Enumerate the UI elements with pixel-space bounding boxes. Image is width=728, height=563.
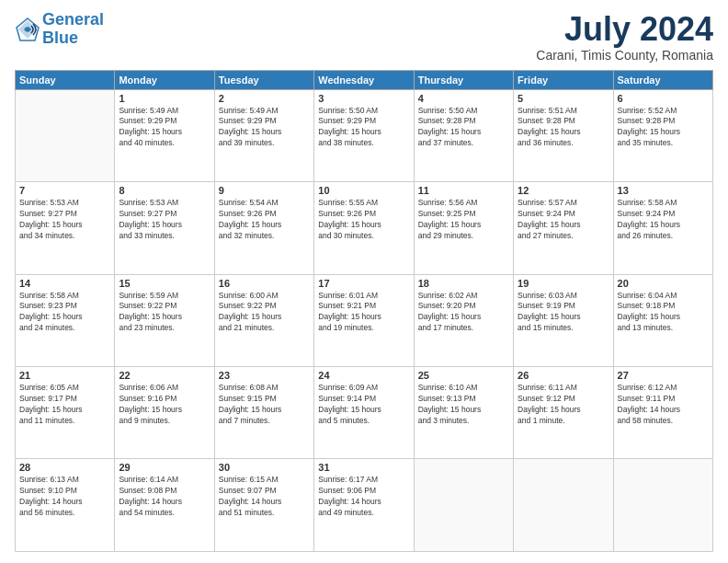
day-cell: 19Sunrise: 6:03 AM Sunset: 9:19 PM Dayli… [514,274,613,366]
weekday-header-thursday: Thursday [414,70,513,89]
logo-icon [15,17,40,42]
day-number: 11 [418,185,509,196]
day-cell: 13Sunrise: 5:58 AM Sunset: 9:24 PM Dayli… [613,182,712,274]
day-number: 26 [518,370,609,381]
day-number: 14 [19,278,110,289]
day-number: 28 [19,462,110,473]
day-info: Sunrise: 5:52 AM Sunset: 9:28 PM Dayligh… [618,106,709,150]
day-number: 6 [618,93,709,104]
day-info: Sunrise: 5:49 AM Sunset: 9:29 PM Dayligh… [119,106,210,150]
day-cell: 25Sunrise: 6:10 AM Sunset: 9:13 PM Dayli… [414,367,513,459]
day-number: 8 [119,185,210,196]
day-cell [16,89,115,181]
logo-text: General Blue [42,11,104,48]
day-number: 16 [219,278,310,289]
day-info: Sunrise: 6:09 AM Sunset: 9:14 PM Dayligh… [318,383,409,427]
day-cell: 30Sunrise: 6:15 AM Sunset: 9:07 PM Dayli… [214,459,313,552]
day-info: Sunrise: 5:51 AM Sunset: 9:28 PM Dayligh… [518,106,609,150]
weekday-header-wednesday: Wednesday [314,70,414,89]
day-number: 19 [518,278,609,289]
day-cell [414,459,513,552]
week-row-5: 28Sunrise: 6:13 AM Sunset: 9:10 PM Dayli… [16,459,713,552]
day-cell: 31Sunrise: 6:17 AM Sunset: 9:06 PM Dayli… [314,459,414,552]
day-info: Sunrise: 6:12 AM Sunset: 9:11 PM Dayligh… [618,383,709,427]
day-number: 22 [119,370,210,381]
day-info: Sunrise: 5:58 AM Sunset: 9:24 PM Dayligh… [618,198,709,242]
weekday-header-sunday: Sunday [16,70,115,89]
day-number: 17 [318,278,409,289]
day-cell: 24Sunrise: 6:09 AM Sunset: 9:14 PM Dayli… [314,367,414,459]
day-number: 10 [318,185,409,196]
day-info: Sunrise: 5:53 AM Sunset: 9:27 PM Dayligh… [119,198,210,242]
day-info: Sunrise: 6:06 AM Sunset: 9:16 PM Dayligh… [119,383,210,427]
day-cell: 11Sunrise: 5:56 AM Sunset: 9:25 PM Dayli… [414,182,513,274]
day-info: Sunrise: 6:00 AM Sunset: 9:22 PM Dayligh… [219,291,310,335]
day-cell: 14Sunrise: 5:58 AM Sunset: 9:23 PM Dayli… [16,274,115,366]
day-info: Sunrise: 5:54 AM Sunset: 9:26 PM Dayligh… [219,198,310,242]
day-number: 13 [618,185,709,196]
logo-text-block: General Blue [42,11,104,48]
day-number: 21 [19,370,110,381]
weekday-header-tuesday: Tuesday [214,70,313,89]
day-cell: 6Sunrise: 5:52 AM Sunset: 9:28 PM Daylig… [613,89,712,181]
day-number: 29 [119,462,210,473]
day-info: Sunrise: 6:08 AM Sunset: 9:15 PM Dayligh… [219,383,310,427]
day-info: Sunrise: 5:57 AM Sunset: 9:24 PM Dayligh… [518,198,609,242]
day-number: 23 [219,370,310,381]
day-number: 2 [219,93,310,104]
day-cell: 16Sunrise: 6:00 AM Sunset: 9:22 PM Dayli… [214,274,313,366]
logo: General Blue [15,11,104,48]
day-info: Sunrise: 6:03 AM Sunset: 9:19 PM Dayligh… [518,291,609,335]
day-cell: 3Sunrise: 5:50 AM Sunset: 9:29 PM Daylig… [314,89,414,181]
day-number: 25 [418,370,509,381]
day-cell: 2Sunrise: 5:49 AM Sunset: 9:29 PM Daylig… [214,89,313,181]
day-info: Sunrise: 6:10 AM Sunset: 9:13 PM Dayligh… [418,383,509,427]
day-cell: 22Sunrise: 6:06 AM Sunset: 9:16 PM Dayli… [115,367,214,459]
week-row-3: 14Sunrise: 5:58 AM Sunset: 9:23 PM Dayli… [16,274,713,366]
day-number: 9 [219,185,310,196]
day-info: Sunrise: 5:59 AM Sunset: 9:22 PM Dayligh… [119,291,210,335]
day-info: Sunrise: 6:02 AM Sunset: 9:20 PM Dayligh… [418,291,509,335]
day-cell: 27Sunrise: 6:12 AM Sunset: 9:11 PM Dayli… [613,367,712,459]
day-cell: 26Sunrise: 6:11 AM Sunset: 9:12 PM Dayli… [514,367,613,459]
day-number: 20 [618,278,709,289]
day-number: 31 [318,462,409,473]
day-number: 1 [119,93,210,104]
week-row-4: 21Sunrise: 6:05 AM Sunset: 9:17 PM Dayli… [16,367,713,459]
day-cell [514,459,613,552]
day-cell: 29Sunrise: 6:14 AM Sunset: 9:08 PM Dayli… [115,459,214,552]
day-cell: 9Sunrise: 5:54 AM Sunset: 9:26 PM Daylig… [214,182,313,274]
day-cell: 8Sunrise: 5:53 AM Sunset: 9:27 PM Daylig… [115,182,214,274]
day-info: Sunrise: 6:15 AM Sunset: 9:07 PM Dayligh… [219,475,310,519]
header: General Blue July 2024 Carani, Timis Cou… [15,11,713,63]
day-cell: 4Sunrise: 5:50 AM Sunset: 9:28 PM Daylig… [414,89,513,181]
day-number: 3 [318,93,409,104]
day-info: Sunrise: 6:17 AM Sunset: 9:06 PM Dayligh… [318,475,409,519]
day-number: 12 [518,185,609,196]
week-row-1: 1Sunrise: 5:49 AM Sunset: 9:29 PM Daylig… [16,89,713,181]
weekday-header-monday: Monday [115,70,214,89]
day-info: Sunrise: 5:55 AM Sunset: 9:26 PM Dayligh… [318,198,409,242]
day-cell: 15Sunrise: 5:59 AM Sunset: 9:22 PM Dayli… [115,274,214,366]
day-cell: 10Sunrise: 5:55 AM Sunset: 9:26 PM Dayli… [314,182,414,274]
day-number: 18 [418,278,509,289]
day-cell: 7Sunrise: 5:53 AM Sunset: 9:27 PM Daylig… [16,182,115,274]
day-number: 27 [618,370,709,381]
day-number: 7 [19,185,110,196]
day-number: 4 [418,93,509,104]
day-info: Sunrise: 5:50 AM Sunset: 9:28 PM Dayligh… [418,106,509,150]
day-cell: 17Sunrise: 6:01 AM Sunset: 9:21 PM Dayli… [314,274,414,366]
title-block: July 2024 Carani, Timis County, Romania [536,11,713,63]
day-info: Sunrise: 6:13 AM Sunset: 9:10 PM Dayligh… [19,475,110,519]
day-info: Sunrise: 6:04 AM Sunset: 9:18 PM Dayligh… [618,291,709,335]
day-info: Sunrise: 5:49 AM Sunset: 9:29 PM Dayligh… [219,106,310,150]
weekday-header-saturday: Saturday [613,70,712,89]
day-info: Sunrise: 6:11 AM Sunset: 9:12 PM Dayligh… [518,383,609,427]
page: General Blue July 2024 Carani, Timis Cou… [0,0,728,563]
day-info: Sunrise: 5:58 AM Sunset: 9:23 PM Dayligh… [19,291,110,335]
weekday-header-friday: Friday [514,70,613,89]
day-number: 15 [119,278,210,289]
day-cell [613,459,712,552]
day-cell: 20Sunrise: 6:04 AM Sunset: 9:18 PM Dayli… [613,274,712,366]
day-number: 5 [518,93,609,104]
